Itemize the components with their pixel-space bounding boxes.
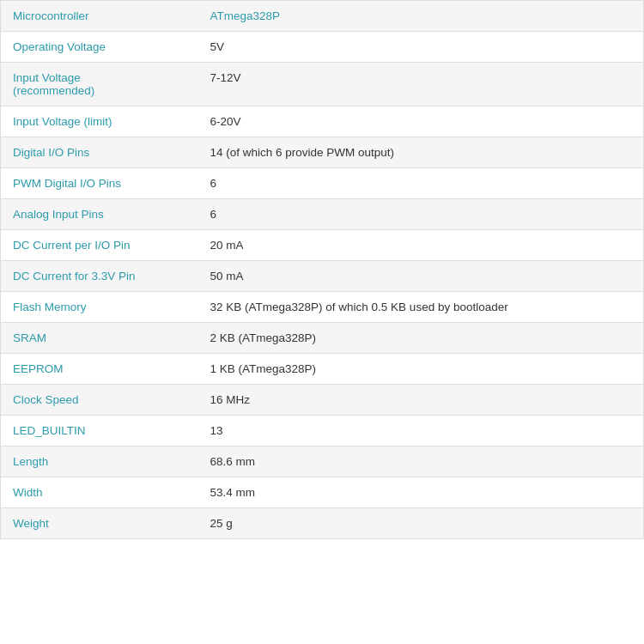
table-row: Width53.4 mm (1, 477, 644, 508)
table-row: EEPROM1 KB (ATmega328P) (1, 354, 644, 385)
spec-value: 1 KB (ATmega328P) (198, 354, 644, 385)
table-row: Operating Voltage5V (1, 32, 644, 63)
spec-value: 20 mA (198, 230, 644, 261)
table-row: Digital I/O Pins14 (of which 6 provide P… (1, 137, 644, 168)
spec-table: MicrocontrollerATmega328POperating Volta… (0, 0, 644, 539)
spec-value: 13 (198, 416, 644, 447)
table-row: DC Current for 3.3V Pin50 mA (1, 261, 644, 292)
spec-label: Input Voltage (recommended) (1, 63, 198, 106)
table-row: Analog Input Pins6 (1, 199, 644, 230)
spec-label: PWM Digital I/O Pins (1, 168, 198, 199)
spec-label: DC Current for 3.3V Pin (1, 261, 198, 292)
table-row: SRAM2 KB (ATmega328P) (1, 323, 644, 354)
spec-value: 6 (198, 199, 644, 230)
spec-label: Microcontroller (1, 1, 198, 32)
table-row: Input Voltage (recommended)7-12V (1, 63, 644, 106)
spec-label: DC Current per I/O Pin (1, 230, 198, 261)
table-row: Clock Speed16 MHz (1, 385, 644, 416)
spec-value[interactable]: ATmega328P (198, 1, 644, 32)
table-row: PWM Digital I/O Pins6 (1, 168, 644, 199)
spec-label: EEPROM (1, 354, 198, 385)
table-row: Weight25 g (1, 508, 644, 539)
table-row: Flash Memory32 KB (ATmega328P) of which … (1, 292, 644, 323)
spec-value: 2 KB (ATmega328P) (198, 323, 644, 354)
spec-label: Length (1, 447, 198, 477)
spec-value: 50 mA (198, 261, 644, 292)
spec-label: LED_BUILTIN (1, 416, 198, 447)
spec-label: Clock Speed (1, 385, 198, 416)
spec-label: Analog Input Pins (1, 199, 198, 230)
spec-value: 25 g (198, 508, 644, 539)
table-row: Length68.6 mm (1, 447, 644, 477)
spec-value: 32 KB (ATmega328P) of which 0.5 KB used … (198, 292, 644, 323)
spec-value: 16 MHz (198, 385, 644, 416)
table-row: LED_BUILTIN13 (1, 416, 644, 447)
spec-label: Input Voltage (limit) (1, 106, 198, 137)
spec-label: Width (1, 477, 198, 508)
spec-label: Digital I/O Pins (1, 137, 198, 168)
table-row: Input Voltage (limit)6-20V (1, 106, 644, 137)
spec-value: 5V (198, 32, 644, 63)
table-row: MicrocontrollerATmega328P (1, 1, 644, 32)
spec-label: Flash Memory (1, 292, 198, 323)
spec-value: 6 (198, 168, 644, 199)
spec-value: 7-12V (198, 63, 644, 106)
spec-value: 68.6 mm (198, 447, 644, 477)
spec-value: 14 (of which 6 provide PWM output) (198, 137, 644, 168)
spec-label: Weight (1, 508, 198, 539)
spec-link[interactable]: ATmega328P (210, 9, 281, 22)
spec-value: 53.4 mm (198, 477, 644, 508)
spec-label: Operating Voltage (1, 32, 198, 63)
spec-value: 6-20V (198, 106, 644, 137)
table-row: DC Current per I/O Pin20 mA (1, 230, 644, 261)
spec-label: SRAM (1, 323, 198, 354)
